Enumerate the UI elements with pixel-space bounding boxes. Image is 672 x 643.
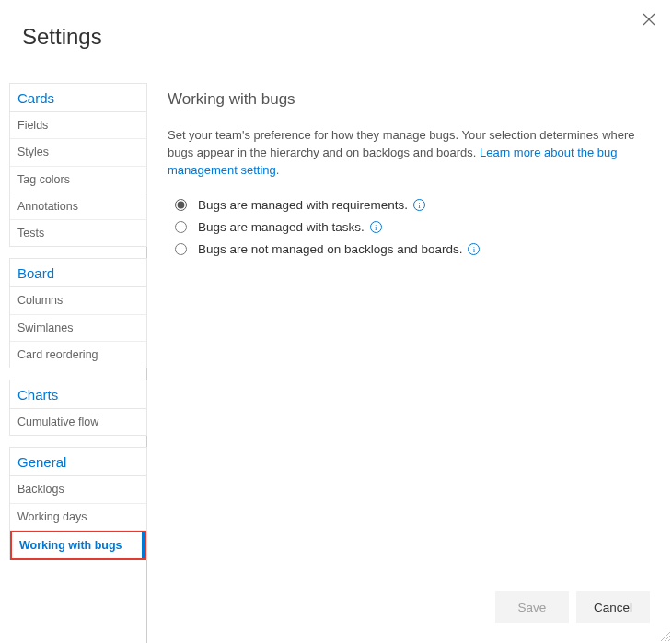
content-description: Set your team's preference for how they … <box>168 127 646 180</box>
radio-bugs-with-tasks[interactable] <box>175 221 187 233</box>
sidebar-item-styles[interactable]: Styles <box>10 139 146 166</box>
radio-label[interactable]: Bugs are managed with tasks. <box>198 220 365 234</box>
sidebar-group-general: General Backlogs Working days Working wi… <box>9 447 147 560</box>
cancel-button[interactable]: Cancel <box>576 591 650 623</box>
footer-buttons: Save Cancel <box>495 591 650 623</box>
info-icon[interactable]: i <box>468 243 480 255</box>
radio-bugs-not-managed[interactable] <box>175 243 187 255</box>
resize-grip-icon[interactable] <box>659 630 670 641</box>
sidebar-item-annotations[interactable]: Annotations <box>10 193 146 220</box>
sidebar-group-board: Board Columns Swimlanes Card reordering <box>9 258 147 368</box>
sidebar-item-columns[interactable]: Columns <box>10 287 146 314</box>
sidebar-item-fields[interactable]: Fields <box>10 112 146 139</box>
sidebar-item-cumulative-flow[interactable]: Cumulative flow <box>10 409 146 435</box>
sidebar-group-header: Charts <box>10 380 146 409</box>
sidebar-item-card-reordering[interactable]: Card reordering <box>10 342 146 368</box>
sidebar-group-header: General <box>10 448 146 476</box>
save-button: Save <box>495 591 569 623</box>
page-title: Settings <box>22 24 102 50</box>
sidebar-group-cards: Cards Fields Styles Tag colors Annotatio… <box>9 83 147 247</box>
sidebar-item-working-with-bugs[interactable]: Working with bugs <box>12 532 145 558</box>
option-row: Bugs are managed with tasks. i <box>168 216 646 239</box>
sidebar: Cards Fields Styles Tag colors Annotatio… <box>9 83 147 643</box>
content-title: Working with bugs <box>168 90 646 109</box>
close-button[interactable] <box>643 13 655 26</box>
sidebar-group-header: Cards <box>10 84 146 112</box>
sidebar-item-backlogs[interactable]: Backlogs <box>10 476 146 503</box>
sidebar-item-working-days[interactable]: Working days <box>10 504 146 531</box>
bug-options: Bugs are managed with requirements. i Bu… <box>168 194 646 261</box>
info-icon[interactable]: i <box>413 199 425 211</box>
sidebar-item-tests[interactable]: Tests <box>10 220 146 246</box>
option-row: Bugs are managed with requirements. i <box>168 194 646 216</box>
highlight-annotation: Working with bugs <box>10 531 146 560</box>
info-icon[interactable]: i <box>370 221 382 233</box>
sidebar-group-header: Board <box>10 259 146 287</box>
radio-label[interactable]: Bugs are managed with requirements. <box>198 198 408 212</box>
svg-line-4 <box>668 639 670 641</box>
radio-label[interactable]: Bugs are not managed on backlogs and boa… <box>198 242 462 256</box>
sidebar-group-charts: Charts Cumulative flow <box>9 380 147 436</box>
sidebar-item-tag-colors[interactable]: Tag colors <box>10 167 146 193</box>
radio-bugs-with-requirements[interactable] <box>175 199 187 211</box>
close-icon <box>643 13 655 26</box>
content-pane: Working with bugs Set your team's prefer… <box>147 83 663 643</box>
option-row: Bugs are not managed on backlogs and boa… <box>168 239 646 261</box>
sidebar-item-swimlanes[interactable]: Swimlanes <box>10 315 146 342</box>
